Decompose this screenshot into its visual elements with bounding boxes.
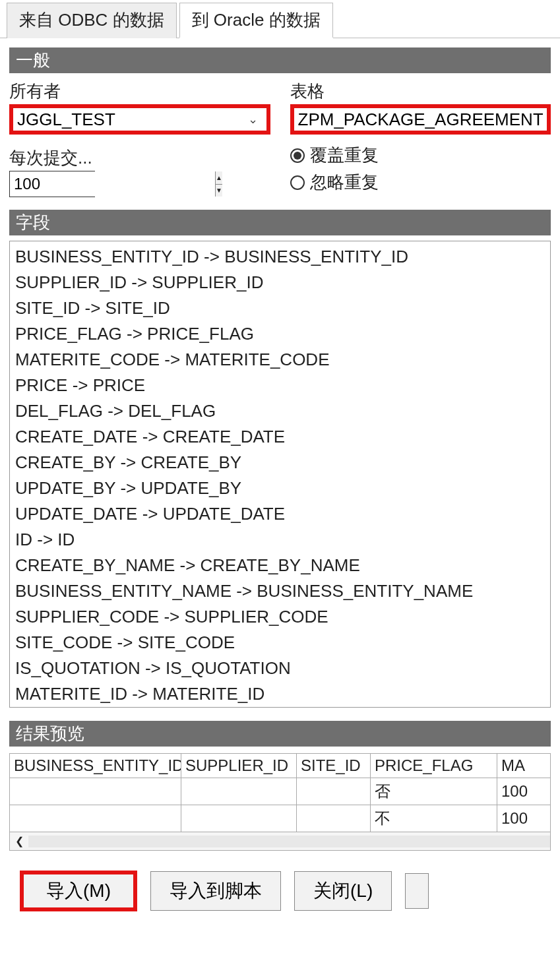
field-mapping[interactable]: BUSINESS_ENTITY_ID -> BUSINESS_ENTITY_ID <box>15 244 545 270</box>
radio-icon <box>290 175 305 190</box>
column-header[interactable]: BUSINESS_ENTITY_ID <box>10 754 181 778</box>
table-cell: 100 <box>497 805 551 832</box>
radio-icon <box>290 148 305 163</box>
column-header[interactable]: MA <box>497 754 551 778</box>
spinner-down-icon[interactable]: ▼ <box>216 185 222 197</box>
field-mapping[interactable]: MATERITE_CODE -> MATERITE_CODE <box>15 347 545 373</box>
field-mapping[interactable]: BUSINESS_ENTITY_NAME -> BUSINESS_ENTITY_… <box>15 578 545 604</box>
horizontal-scrollbar[interactable]: ❮ <box>9 832 551 851</box>
table-label: 表格 <box>290 80 551 103</box>
owner-label: 所有者 <box>9 80 270 103</box>
field-mapping[interactable]: CREATE_DATE -> CREATE_DATE <box>15 424 545 450</box>
column-header[interactable]: PRICE_FLAG <box>371 754 497 778</box>
commit-spinner[interactable]: ▲ ▼ <box>9 171 95 197</box>
table-cell <box>297 805 371 832</box>
table-cell <box>297 778 371 805</box>
tab-bar: 来自 ODBC 的数据 到 Oracle 的数据 <box>0 0 560 38</box>
field-mapping[interactable]: UPDATE_BY -> UPDATE_BY <box>15 475 545 501</box>
table-header-row: BUSINESS_ENTITY_IDSUPPLIER_IDSITE_IDPRIC… <box>10 754 551 778</box>
field-mapping[interactable]: UPDATE_DATE -> UPDATE_DATE <box>15 501 545 527</box>
preview-table: BUSINESS_ENTITY_IDSUPPLIER_IDSITE_IDPRIC… <box>9 753 551 851</box>
field-mapping[interactable]: MATERITE_ID -> MATERITE_ID <box>15 681 545 707</box>
commit-input[interactable] <box>10 171 215 197</box>
section-fields: 字段 <box>9 210 551 235</box>
tab-to-oracle[interactable]: 到 Oracle 的数据 <box>179 3 333 38</box>
table-field[interactable] <box>290 104 551 135</box>
scroll-left-icon[interactable]: ❮ <box>10 835 28 847</box>
fields-list[interactable]: BUSINESS_ENTITY_ID -> BUSINESS_ENTITY_ID… <box>9 241 551 708</box>
field-mapping[interactable]: SUPPLIER_ID -> SUPPLIER_ID <box>15 270 545 295</box>
chevron-down-icon[interactable]: ⌄ <box>240 112 266 127</box>
column-header[interactable]: SUPPLIER_ID <box>181 754 297 778</box>
field-mapping[interactable]: SITE_ID -> SITE_ID <box>15 295 545 321</box>
owner-dropdown[interactable]: ⌄ <box>9 104 270 135</box>
table-cell: 否 <box>371 778 497 805</box>
field-mapping[interactable]: CREATE_BY -> CREATE_BY <box>15 450 545 475</box>
commit-label: 每次提交... <box>9 146 95 169</box>
table-cell <box>10 778 181 805</box>
section-general: 一般 所有者 ⌄ 每次提交... ▲ ▼ <box>9 47 551 206</box>
section-preview: 结果预览 <box>9 721 551 747</box>
radio-overwrite[interactable]: 覆盖重复 <box>290 144 551 167</box>
table-row[interactable]: 否100 <box>10 778 551 805</box>
section-header-fields: 字段 <box>9 210 551 235</box>
close-button[interactable]: 关闭(L) <box>294 871 392 911</box>
section-header-preview: 结果预览 <box>9 721 551 747</box>
field-mapping[interactable]: ID -> ID <box>15 527 545 553</box>
field-mapping[interactable]: DEL_FLAG -> DEL_FLAG <box>15 398 545 424</box>
spinner-up-icon[interactable]: ▲ <box>216 171 222 185</box>
table-cell <box>181 778 297 805</box>
field-mapping[interactable]: CREATE_BY_NAME -> CREATE_BY_NAME <box>15 553 545 578</box>
import-script-button[interactable]: 导入到脚本 <box>150 871 281 911</box>
button-bar: 导入(M) 导入到脚本 关闭(L) <box>0 851 560 911</box>
extra-button[interactable] <box>405 873 429 909</box>
field-mapping[interactable]: PRICE -> PRICE <box>15 373 545 398</box>
radio-overwrite-label: 覆盖重复 <box>310 144 379 167</box>
section-header-general: 一般 <box>9 47 551 73</box>
table-row[interactable]: 不100 <box>10 805 551 832</box>
radio-ignore[interactable]: 忽略重复 <box>290 171 551 194</box>
tab-from-odbc[interactable]: 来自 ODBC 的数据 <box>7 3 177 38</box>
field-mapping[interactable]: PRICE_FLAG -> PRICE_FLAG <box>15 321 545 347</box>
table-input[interactable] <box>298 109 544 130</box>
radio-ignore-label: 忽略重复 <box>310 171 379 194</box>
scroll-track[interactable] <box>28 836 550 847</box>
field-mapping[interactable]: SUPPLIER_CODE -> SUPPLIER_CODE <box>15 604 545 630</box>
field-mapping[interactable]: SITE_CODE -> SITE_CODE <box>15 630 545 656</box>
table-cell: 不 <box>371 805 497 832</box>
table-cell <box>10 805 181 832</box>
table-cell: 100 <box>497 778 551 805</box>
table-cell <box>181 805 297 832</box>
owner-input[interactable] <box>13 108 240 131</box>
import-button[interactable]: 导入(M) <box>20 871 137 911</box>
field-mapping[interactable]: IS_QUOTATION -> IS_QUOTATION <box>15 656 545 681</box>
column-header[interactable]: SITE_ID <box>297 754 371 778</box>
